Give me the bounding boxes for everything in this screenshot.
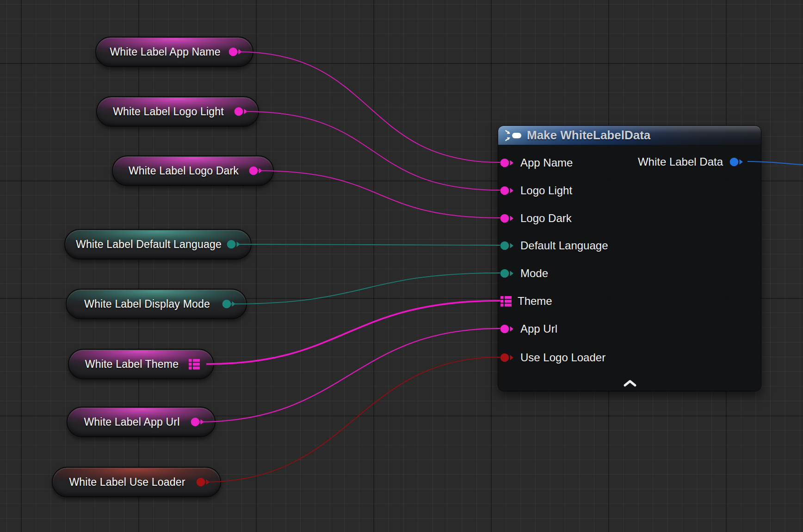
getter-label: White Label Logo Dark [129, 165, 239, 177]
node-make-whitelabeldata[interactable]: Make WhiteLabelData App NameLogo LightLo… [498, 125, 761, 391]
pin-row-default-language: Default Language [500, 238, 608, 254]
wire-app-url[interactable] [198, 328, 500, 422]
getter-label: White Label App Name [110, 46, 220, 58]
input-pin[interactable] [500, 268, 515, 278]
node-getter-white-label-theme[interactable]: White Label Theme [68, 349, 214, 379]
pin-row-app-name: App Name [500, 155, 573, 171]
pin-row-use-logo-loader: Use Logo Loader [500, 350, 605, 365]
input-pin[interactable] [500, 158, 515, 168]
pin-row-theme: Theme [500, 293, 552, 309]
blueprint-graph-canvas[interactable]: White Label App NameWhite Label Logo Lig… [0, 0, 803, 532]
getter-label: White Label App Url [84, 416, 179, 428]
input-pin-label: Use Logo Loader [520, 351, 605, 364]
wire-theme[interactable] [206, 301, 500, 364]
input-pin-label: Logo Dark [520, 212, 572, 225]
pin-row-logo-dark: Logo Dark [500, 210, 572, 226]
node-getter-white-label-app-name[interactable]: White Label App Name [95, 37, 253, 67]
input-pin[interactable] [500, 324, 515, 334]
input-pin-label: Mode [520, 267, 548, 280]
node-getter-white-label-use-loader[interactable]: White Label Use Loader [52, 467, 221, 497]
input-pin-label: Logo Light [520, 184, 572, 197]
input-pin[interactable] [500, 186, 515, 196]
getter-label: White Label Theme [85, 358, 179, 371]
wire-default-language[interactable] [239, 244, 500, 245]
getter-label: White Label Logo Light [113, 105, 224, 118]
struct-pin-icon[interactable] [500, 295, 512, 307]
output-pin-label: White Label Data [638, 155, 723, 168]
input-pin-label: Theme [518, 295, 552, 308]
input-pin[interactable] [500, 353, 515, 363]
node-getter-white-label-logo-dark[interactable]: White Label Logo Dark [112, 155, 274, 186]
getter-label: White Label Display Mode [84, 298, 210, 310]
input-pin[interactable] [500, 241, 515, 251]
input-pin-label: App Url [520, 322, 557, 335]
getter-label: White Label Use Loader [69, 476, 185, 489]
node-getter-white-label-display-mode[interactable]: White Label Display Mode [66, 289, 247, 319]
wire-display-mode[interactable] [231, 273, 500, 304]
wire-use-loader[interactable] [204, 357, 500, 482]
node-getter-white-label-logo-light[interactable]: White Label Logo Light [96, 96, 259, 127]
chevron-up-icon [622, 382, 638, 389]
wire-logo-light[interactable] [246, 111, 500, 190]
pin-row-mode: Mode [500, 266, 548, 281]
struct-pin-icon[interactable] [188, 358, 200, 370]
output-pin-white-label-data[interactable] [729, 157, 744, 167]
node-getter-white-label-app-url[interactable]: White Label App Url [67, 407, 216, 437]
getter-label: White Label Default Language [76, 238, 222, 251]
pin-row-app-url: App Url [500, 321, 557, 337]
input-pin-label: App Name [520, 156, 573, 169]
pin-row-white-label-data: White Label Data [638, 154, 744, 170]
wire-logo-dark[interactable] [258, 171, 500, 218]
collapse-chevron-button[interactable] [620, 377, 640, 389]
node-header[interactable]: Make WhiteLabelData [498, 126, 761, 145]
pin-row-logo-light: Logo Light [500, 183, 572, 198]
input-pin-label: Default Language [520, 239, 608, 252]
node-title: Make WhiteLabelData [527, 128, 650, 142]
node-getter-white-label-default-language[interactable]: White Label Default Language [64, 229, 252, 260]
wire-app-name[interactable] [238, 52, 500, 162]
input-pin[interactable] [500, 213, 515, 223]
make-struct-icon [505, 130, 522, 142]
